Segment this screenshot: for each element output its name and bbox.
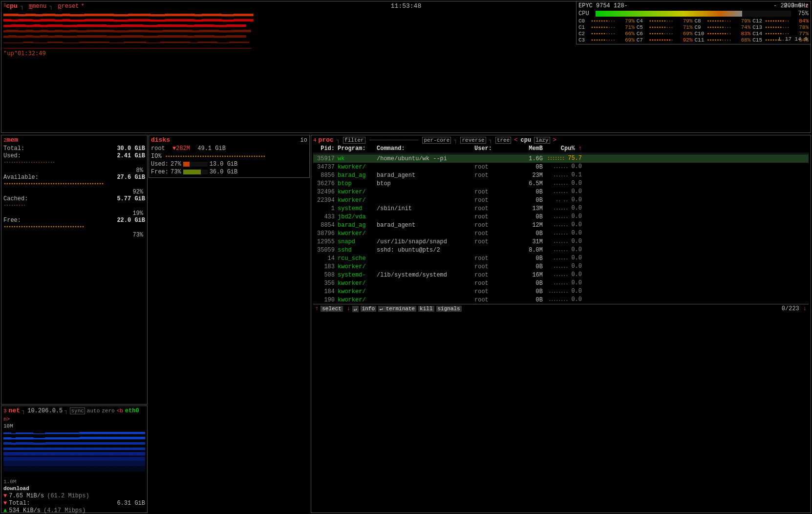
proc-nav-lt[interactable]: < — [514, 137, 517, 144]
core-row-c3: C3 ▪▪▪▪▪▪···· 69% — [578, 37, 635, 43]
mem-panel: 2 mem Total: 30.0 GiB Used: 2.41 GiB ···… — [1, 135, 148, 405]
mem-free-row: Free: 22.0 GiB — [3, 217, 145, 224]
proc-row[interactable]: 32496 kworker/ root 0B ...... 0.0 — [313, 188, 809, 196]
net-iface: eth0 — [125, 407, 139, 414]
net-ul-arrow: ▲ — [3, 507, 7, 514]
proc-col-user: User: — [474, 145, 513, 152]
cpu-right-info: EPYC 9754 128- 2.3 GHz CPU 75% C0 ▪▪▪▪▪▪… — [576, 1, 811, 44]
net-auto[interactable]: auto — [87, 408, 100, 414]
proc-label[interactable]: proc — [319, 136, 334, 144]
bb-terminate[interactable]: ↵terminate — [378, 305, 416, 312]
mem-avail-bar: ▪▪▪▪▪▪▪▪▪▪▪▪▪▪▪▪▪▪▪▪▪▪▪▪▪▪▪▪▪▪▪▪▪▪▪▪▪▪▪▪… — [3, 181, 145, 187]
proc-nav-gt[interactable]: > — [553, 137, 556, 144]
mem-avail-row: Available: 27.6 GiB — [3, 174, 145, 181]
proc-row[interactable]: 190 kworker/ root 0B ........ 0.0 — [313, 296, 809, 304]
net-ul-speed: 534 KiB/s — [9, 507, 41, 514]
bb-select[interactable]: select — [321, 305, 343, 312]
mem-free-pct: 73% — [3, 232, 145, 238]
core-row-c11: C11 ▪▪▪▪▪▪···· 68% — [695, 37, 751, 43]
core-row-c0: C0 ▪▪▪▪▪▪▪··· 79% — [578, 18, 635, 24]
proc-row[interactable]: 38796 kworker/ root 0B ...... 0.0 — [313, 229, 809, 237]
core-row-c7: C7 ▪▪▪▪▪▪▪▪▪· 92% — [637, 37, 693, 43]
bb-down-arrow: ↓ — [803, 305, 807, 312]
mem-title-bar: 2 mem — [3, 136, 145, 144]
mem-label[interactable]: mem — [7, 136, 18, 144]
net-panel: 3 net ┐ 10.206.0.5 ┐ sync auto zero <b e… — [1, 406, 148, 513]
disk-root-row: root ▼282M 49.1 GiB — [151, 145, 307, 152]
proc-col-prog: Program: — [338, 145, 377, 152]
proc-row[interactable]: 35059 sshd sshd: ubuntu@pts/2 8.0M .....… — [313, 246, 809, 254]
net-dl-total: 6.31 GiB — [117, 500, 145, 507]
core-row-c13: C13 ▪▪▪▪▪▪▪··· 78% — [752, 24, 809, 30]
disk-io-label: IO% ▪▪▪▪▪▪▪▪▪▪▪▪▪▪▪▪▪▪▪▪▪▪▪▪▪▪▪▪▪▪▪▪▪▪▪▪… — [151, 153, 307, 160]
disk-used-row: Used: 27% 13.0 GiB — [151, 161, 307, 168]
net-dl-mbps: (61.2 Mibps) — [47, 493, 89, 499]
disk-free-row: Free: 73% 36.0 GiB — [151, 169, 307, 175]
bb-signals[interactable]: signals — [436, 305, 462, 312]
cpu-panel: 1 cpu ┐ mmenu ┐ preset * 11:53:48 - 2000… — [1, 1, 811, 133]
net-label[interactable]: net — [9, 407, 20, 414]
proc-row[interactable]: 356 kworker/ root 0B ...... 0.0 — [313, 279, 809, 287]
cpu-uptime: "up"01:32:49 — [3, 50, 572, 57]
net-ip: 10.206.0.5 — [27, 407, 63, 414]
proc-sort-col[interactable]: cpu — [521, 137, 532, 144]
proc-title-bar: 4 proc ┐ filter ────────────── per-core … — [313, 136, 809, 144]
proc-row[interactable]: 183 kworker/ root 0B ...... 0.0 — [313, 262, 809, 271]
mem-used-row: Used: 2.41 GiB — [3, 152, 145, 159]
proc-row[interactable]: 36276 btop btop 6.5M ...... 0.0 — [313, 179, 809, 188]
net-sync[interactable]: sync — [70, 407, 85, 414]
proc-row[interactable]: 22394 kworker/ root 0B .. .. 0.0 — [313, 196, 809, 204]
proc-row[interactable]: 35917 wk /home/ubuntu/wk --pi 1.6G :::::… — [313, 154, 809, 163]
cpu-total-bar — [596, 11, 791, 17]
bb-info-key: ↵ — [352, 306, 359, 312]
net-graph: ▂▂▂▁▁▂▂▂▂▂▂▂▁▁▁▁▁▂▂▂▂▂▂▂▂▂▂▂▂▂▂▃▃▃▃▃▃▃▃▃… — [3, 429, 145, 478]
proc-lazy[interactable]: lazy — [534, 137, 550, 144]
cpu-speed: 2.3 GHz — [784, 2, 809, 9]
proc-tree[interactable]: tree — [495, 137, 511, 144]
proc-count: 0/223 — [782, 305, 799, 312]
disks-label[interactable]: disks — [151, 136, 170, 144]
bb-kill[interactable]: kill — [418, 305, 434, 312]
cpu-time: 11:53:48 — [391, 2, 421, 10]
net-bottom-scale: 1.0M — [3, 479, 16, 485]
proc-reverse[interactable]: reverse — [460, 137, 486, 144]
cpu-preset[interactable]: preset — [58, 3, 79, 10]
net-download-label: download — [3, 486, 145, 492]
proc-row[interactable]: 8856 barad_ag barad_agent root 23M .....… — [313, 171, 809, 179]
proc-row[interactable]: 14 rcu_sche root 0B ...... 0.0 — [313, 254, 809, 262]
left-col: 2 mem Total: 30.0 GiB Used: 2.41 GiB ···… — [1, 135, 148, 513]
mem-total-row: Total: 30.0 GiB — [3, 145, 145, 152]
net-zero[interactable]: zero — [102, 408, 114, 414]
core-row-c8: C8 ▪▪▪▪▪▪▪··· 79% — [695, 18, 751, 24]
core-row-c1: C1 ▪▪▪▪▪▪▪··· 71% — [578, 24, 635, 30]
core-row-c6: C6 ▪▪▪▪▪▪···· 69% — [637, 31, 693, 37]
proc-row[interactable]: 433 jbd2/vda root 0B ...... 0.0 — [313, 213, 809, 221]
core-row-c12: C12 ▪▪▪▪▪▪▪▪·· 84% — [752, 18, 809, 24]
disks-panel: disks io root ▼282M 49.1 GiB IO% ▪▪▪▪▪▪▪… — [149, 135, 310, 178]
proc-row[interactable]: 34737 kworker/ root 0B ...... 0.0 — [313, 163, 809, 171]
mem-cached-pct: 19% — [3, 210, 145, 217]
net-dl-speed: 7.65 MiB/s — [9, 493, 44, 499]
cpu-panel-label[interactable]: cpu — [6, 2, 18, 10]
proc-row[interactable]: 1 systemd /sbin/init root 13M ...... 0.0 — [313, 204, 809, 213]
main-container: 1 cpu ┐ mmenu ┐ preset * 11:53:48 - 2000… — [0, 0, 812, 514]
proc-row[interactable]: 12955 snapd /usr/lib/snapd/snapd root 31… — [313, 237, 809, 246]
io-label: io — [300, 137, 307, 144]
proc-row[interactable]: 8854 barad_ag barad_agent root 12M .....… — [313, 221, 809, 229]
net-nav-n[interactable]: n> — [3, 416, 10, 422]
cpu-menu[interactable]: mmenu — [29, 3, 46, 10]
proc-per-core[interactable]: per-core — [422, 137, 451, 144]
bb-select-arrow: ↑ — [315, 305, 319, 312]
bb-info[interactable]: info — [361, 305, 376, 312]
proc-filter[interactable]: filter — [343, 137, 365, 144]
net-top-scale: 10M — [3, 423, 13, 429]
bottom-section: 2 mem Total: 30.0 GiB Used: 2.41 GiB ···… — [1, 135, 811, 513]
net-nav-b[interactable]: <b — [117, 408, 123, 414]
proc-row[interactable]: 508 systemd- /lib/systemd/systemd root 1… — [313, 271, 809, 279]
proc-bottom-bar: ↑ select ↓ ↵ info ↵terminate kill signal… — [313, 304, 809, 313]
mem-used-bar: ····················· — [3, 160, 145, 166]
proc-header: Pid: Program: Command: User: MemB Cpu% ↑ — [313, 145, 809, 153]
proc-row[interactable]: 184 kworker/ root 0B ........ 0.0 — [313, 287, 809, 296]
cpu-graph-area: ▄▄▄▄▄▄▃▃▃▄▄▄▄▃▃▃▄▄▄▄▄▃▃▃▄▄▄▃▃▃▃▃▃▄▄▄▄▄▄▄… — [3, 11, 572, 131]
mem-cached-bar: ········· — [3, 203, 145, 209]
